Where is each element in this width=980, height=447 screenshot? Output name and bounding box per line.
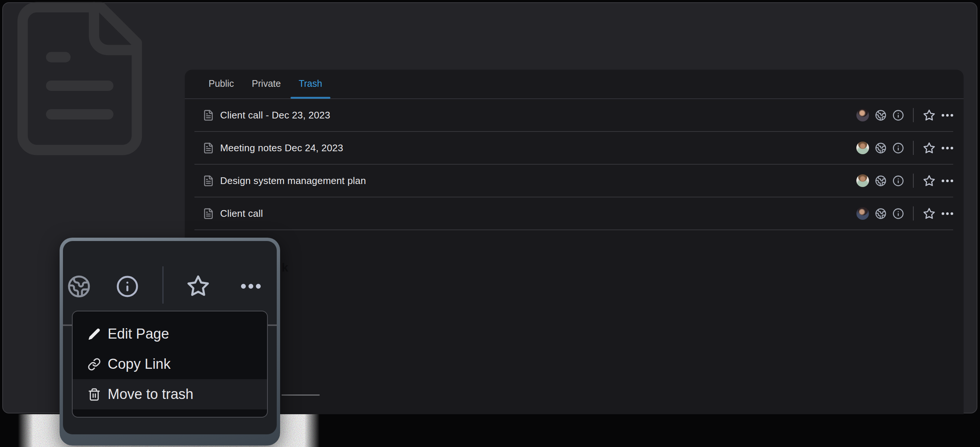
- file-text-icon: [203, 175, 214, 187]
- globe-icon[interactable]: [875, 175, 886, 187]
- menu-item-move-to-trash[interactable]: Move to trash: [73, 379, 267, 409]
- star-icon[interactable]: [186, 274, 210, 298]
- more-icon[interactable]: [241, 284, 261, 289]
- menu-item-edit-page[interactable]: Edit Page: [73, 319, 267, 349]
- more-icon[interactable]: [942, 180, 953, 182]
- document-watermark-icon: [0, 0, 165, 164]
- info-icon[interactable]: [892, 208, 904, 220]
- menu-item-copy-link[interactable]: Copy Link: [73, 349, 267, 379]
- table-row[interactable]: Design system management plan: [194, 165, 953, 197]
- row-title: Meeting notes Dec 24, 2023: [220, 142, 343, 154]
- info-icon[interactable]: [892, 142, 904, 154]
- more-icon[interactable]: [942, 147, 953, 150]
- star-icon[interactable]: [923, 174, 935, 188]
- menu-item-label: Move to trash: [108, 386, 193, 402]
- avatar: [856, 142, 869, 154]
- more-icon[interactable]: [942, 114, 953, 116]
- globe-icon[interactable]: [875, 110, 886, 121]
- menu-item-label: Edit Page: [108, 326, 169, 342]
- row-actions: [856, 173, 953, 188]
- star-icon[interactable]: [923, 207, 935, 220]
- star-icon[interactable]: [923, 109, 935, 122]
- more-icon[interactable]: [942, 212, 953, 215]
- stray-text: k: [282, 261, 288, 275]
- table-row[interactable]: Client call - Dec 23, 2023: [194, 99, 953, 132]
- tab-public[interactable]: Public: [208, 69, 234, 99]
- globe-icon[interactable]: [875, 208, 886, 220]
- document-list-panel: Public Private Trash Client call - Dec 2…: [185, 70, 964, 414]
- tab-bar: Public Private Trash: [185, 70, 964, 99]
- actions-divider: [913, 206, 914, 221]
- context-menu: Edit Page Copy Link Move to trash: [72, 311, 268, 418]
- menu-item-label: Copy Link: [108, 356, 170, 372]
- pencil-icon: [87, 327, 102, 342]
- toolbar-divider: [162, 266, 164, 304]
- magnifier-popup: Edit Page Copy Link Move to trash: [60, 238, 280, 445]
- row-title: Design system management plan: [220, 175, 366, 187]
- info-icon[interactable]: [116, 275, 139, 298]
- file-text-icon: [203, 110, 214, 121]
- row-actions: [856, 108, 953, 122]
- magnifier-popup-body: Edit Page Copy Link Move to trash: [63, 241, 277, 434]
- divider-fragment: [282, 395, 320, 396]
- tab-trash-label: Trash: [299, 78, 322, 89]
- star-icon[interactable]: [923, 142, 935, 154]
- actions-divider: [913, 173, 914, 188]
- tab-private[interactable]: Private: [252, 69, 281, 99]
- trash-icon: [87, 387, 102, 402]
- row-actions: [856, 141, 953, 155]
- active-tab-underline: [291, 97, 330, 99]
- tab-trash[interactable]: Trash: [299, 69, 322, 99]
- table-row[interactable]: Client call: [194, 197, 953, 230]
- actions-divider: [913, 141, 914, 155]
- row-actions: [856, 206, 953, 221]
- row-title: Client call: [220, 208, 263, 220]
- file-text-icon: [203, 142, 214, 154]
- row-title: Client call - Dec 23, 2023: [220, 110, 330, 121]
- globe-icon[interactable]: [67, 275, 91, 298]
- avatar: [856, 207, 869, 220]
- info-icon[interactable]: [892, 110, 904, 121]
- file-text-icon: [203, 208, 214, 220]
- globe-icon[interactable]: [875, 142, 886, 154]
- link-icon: [87, 357, 102, 372]
- screen: Public Private Trash Client call - Dec 2…: [0, 0, 980, 447]
- avatar: [856, 109, 869, 121]
- actions-divider: [913, 108, 914, 122]
- table-row[interactable]: Meeting notes Dec 24, 2023: [194, 132, 953, 165]
- avatar: [856, 174, 869, 187]
- info-icon[interactable]: [892, 175, 904, 187]
